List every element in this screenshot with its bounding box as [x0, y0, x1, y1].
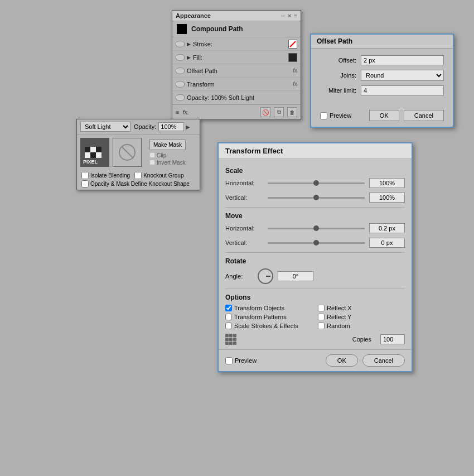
scale-h-input[interactable] [369, 178, 405, 188]
footer-menu-icon[interactable]: ≡ [176, 109, 179, 116]
offset-value-input[interactable] [361, 55, 444, 65]
svg-rect-3 [96, 147, 101, 152]
preview-row: Preview [225, 357, 257, 364]
random-item: Random [318, 323, 405, 329]
visibility-icon-fill[interactable] [176, 54, 185, 61]
svg-rect-6 [96, 152, 101, 158]
opacity-input[interactable] [158, 122, 184, 131]
close-icon[interactable]: ✕ [287, 13, 292, 19]
preview-checkbox[interactable] [225, 357, 233, 364]
clip-option: Clip [149, 152, 186, 158]
scale-h-thumb[interactable] [313, 180, 319, 186]
random-checkbox[interactable] [318, 323, 325, 329]
rotate-section-label: Rotate [225, 257, 405, 265]
opacity-mask-checkbox[interactable] [81, 180, 89, 187]
copies-label: Copies [352, 336, 371, 343]
make-mask-button[interactable]: Make Mask [149, 140, 186, 150]
trans-arrow[interactable]: ▶ [186, 124, 190, 130]
offset-dialog-buttons: Preview OK Cancel [311, 107, 453, 127]
offset-path-dialog: Offset Path Offset: Joins: Round Miter B… [310, 33, 454, 128]
expand-arrow-fill[interactable]: ▶ [187, 55, 191, 60]
appearance-titlebar: Appearance ─ ✕ ≡ [172, 11, 301, 21]
stroke-row[interactable]: ▶ Stroke: [172, 37, 301, 51]
move-v-slider[interactable] [268, 242, 365, 244]
offset-dialog-title: Offset Path [311, 35, 453, 49]
angle-input[interactable] [278, 271, 313, 281]
move-v-thumb[interactable] [313, 240, 319, 246]
scale-horizontal-field: Horizontal: [225, 178, 405, 188]
scale-v-slider[interactable] [268, 197, 365, 199]
block-icon[interactable]: 🚫 [260, 107, 270, 117]
offset-preview-checkbox[interactable] [320, 112, 327, 119]
offset-cancel-button[interactable]: Cancel [404, 110, 444, 121]
trans-checkboxes: Isolate Blending Knockout Group Opacity … [77, 170, 200, 190]
move-h-input[interactable] [369, 223, 405, 233]
scale-h-label: Horizontal: [225, 180, 263, 186]
offset-field-label: Offset: [320, 57, 356, 64]
transform-dialog-buttons: OK Cancel [326, 354, 405, 367]
opacity-row[interactable]: Opacity: 100% Soft Light [172, 91, 301, 104]
visibility-icon-offset[interactable] [176, 68, 185, 74]
offset-path-row[interactable]: Offset Path fx [172, 64, 301, 78]
divider-1 [225, 207, 405, 208]
reflect-y-checkbox[interactable] [318, 314, 325, 320]
stroke-swatch[interactable] [288, 40, 297, 49]
scale-v-input[interactable] [369, 193, 405, 203]
scale-strokes-checkbox[interactable] [225, 323, 232, 329]
transform-objects-item: Transform Objects [225, 305, 312, 311]
visibility-icon[interactable] [176, 41, 185, 47]
no-mask-icon [119, 144, 136, 161]
transform-cancel-button[interactable]: Cancel [362, 354, 405, 367]
transform-objects-checkbox[interactable] [225, 305, 232, 311]
transform-row[interactable]: Transform fx [172, 78, 301, 91]
joins-label: Joins: [320, 72, 356, 79]
expand-arrow[interactable]: ▶ [187, 41, 191, 47]
grid-icon [225, 334, 236, 345]
miter-label: Miter limit: [320, 87, 356, 94]
blend-mode-select[interactable]: Soft Light Normal Multiply [80, 122, 130, 132]
transform-dialog-footer: Preview OK Cancel [219, 349, 412, 371]
minimize-icon[interactable]: ─ [281, 13, 285, 19]
offset-path-label: Offset Path [187, 68, 293, 74]
transform-patterns-checkbox[interactable] [225, 314, 232, 320]
compound-icon [177, 24, 187, 34]
move-v-input[interactable] [369, 238, 405, 248]
delete-icon[interactable]: 🗑 [287, 107, 297, 117]
trans-controls-row: Soft Light Normal Multiply Opacity: ▶ [77, 119, 200, 134]
transform-ok-button[interactable]: OK [326, 354, 358, 367]
move-h-thumb[interactable] [313, 225, 319, 231]
clip-checkbox[interactable] [149, 152, 155, 158]
move-h-slider[interactable] [268, 228, 365, 229]
appearance-panel: Appearance ─ ✕ ≡ Compound Path ▶ Stroke:… [172, 10, 301, 120]
rotate-dial[interactable] [258, 268, 273, 284]
visibility-icon-transform[interactable] [176, 81, 185, 88]
mask-controls: Make Mask Clip Invert Mask [147, 140, 186, 166]
invert-mask-checkbox[interactable] [149, 160, 155, 165]
transparency-panel: Soft Light Normal Multiply Opacity: ▶ PI… [76, 119, 200, 190]
compound-header: Compound Path [172, 21, 301, 37]
footer-icons: 🚫 ⧉ 🗑 [260, 107, 297, 117]
svg-rect-5 [90, 152, 96, 158]
fill-swatch[interactable] [288, 53, 297, 62]
isolate-blending-checkbox[interactable] [81, 172, 89, 179]
menu-icon[interactable]: ≡ [294, 13, 297, 19]
scale-h-slider[interactable] [268, 182, 365, 184]
offset-ok-button[interactable]: OK [369, 110, 399, 121]
reflect-x-checkbox[interactable] [318, 305, 325, 311]
joins-select[interactable]: Round Miter Bevel [361, 70, 444, 81]
reflect-x-item: Reflect X [318, 305, 405, 311]
miter-input[interactable] [361, 85, 444, 95]
copies-input[interactable] [380, 334, 405, 344]
clip-label: Clip [157, 152, 166, 158]
visibility-icon-opacity[interactable] [176, 94, 185, 101]
copy-icon[interactable]: ⧉ [274, 107, 284, 117]
fill-label: Fill: [193, 54, 288, 61]
move-vertical-field: Vertical: [225, 238, 405, 248]
fill-row[interactable]: ▶ Fill: [172, 51, 301, 64]
scale-vertical-field: Vertical: [225, 193, 405, 203]
offset-dialog-body: Offset: Joins: Round Miter Bevel Miter l… [311, 49, 453, 107]
scale-v-thumb[interactable] [313, 195, 319, 200]
reflect-y-label: Reflect Y [327, 314, 351, 320]
knockout-group-checkbox[interactable] [134, 172, 142, 179]
opacity-label: Opacity: [134, 123, 156, 130]
